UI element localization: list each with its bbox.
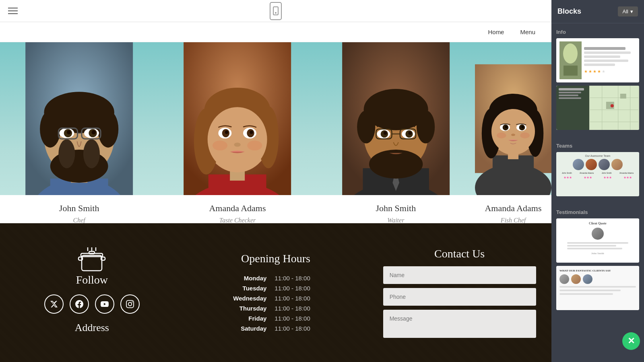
thumb-team-photo-2 — [586, 159, 597, 170]
footer-address-label: Address — [75, 322, 109, 334]
blocks-testimonials-section: Testimonials Client Quote John Smith — [551, 204, 644, 317]
svg-point-97 — [611, 104, 614, 107]
nav-home-link[interactable]: Home — [488, 29, 504, 35]
thumb-star-4: ★ — [597, 69, 601, 74]
phone-preview-icon[interactable] — [270, 2, 282, 20]
hours-day-friday: Friday — [233, 313, 275, 323]
svg-point-36 — [234, 143, 241, 147]
blocks-filter-button[interactable]: All ▾ — [618, 6, 638, 16]
thumb-line-1 — [584, 51, 631, 54]
thumb-map-line3 — [559, 97, 581, 99]
hours-time-thursday: 11:00 - 18:00 — [275, 303, 318, 313]
block-thumb-info-map[interactable] — [556, 86, 639, 130]
john-chef-role: Chef — [4, 217, 154, 223]
thumb-testimonial-avatar — [592, 228, 604, 240]
hours-day-saturday: Saturday — [233, 323, 275, 333]
blocks-filter-chevron-icon: ▾ — [630, 8, 633, 14]
thumb-team-name-2: Amanda Adams — [580, 172, 594, 174]
amanda-taste-role: Taste Checker — [162, 217, 312, 223]
svg-point-72 — [505, 126, 508, 128]
thumb-star-2: ★ — [588, 69, 592, 74]
thumb-map-visual — [589, 86, 639, 130]
john-waiter-name: John Smith — [321, 203, 471, 214]
thumb-testimonial2-heading: WHAT OUR FANTASTIC CLIENTS SAY — [559, 269, 636, 272]
amanda-taste-name: Amanda Adams — [162, 203, 312, 214]
hours-time-monday: 11:00 - 18:00 — [275, 273, 318, 283]
thumb-star-1: ★ — [584, 69, 588, 74]
blocks-panel-header: Blocks All ▾ — [551, 0, 644, 23]
hours-row-saturday: Saturday 11:00 - 18:00 — [233, 323, 318, 333]
thumb-line-3 — [584, 60, 628, 62]
team-card-info-amanda-fish: Amanda Adams Fish Chef — [475, 195, 551, 223]
thumb-line-2 — [584, 56, 620, 58]
close-button[interactable]: ✕ — [622, 332, 640, 350]
svg-point-15 — [67, 130, 71, 134]
thumb-test-line2 — [567, 245, 616, 247]
footer-contact-title: Contact Us — [434, 247, 485, 260]
block-thumb-info-restaurant-preview: ★ ★ ★ ★ ★ — [556, 38, 639, 82]
svg-point-38 — [248, 140, 262, 150]
team-card-amanda-fish: Amanda Adams Fish Chef — [475, 42, 551, 223]
toolbar — [0, 0, 551, 22]
block-thumb-info-restaurant[interactable]: ★ ★ ★ ★ ★ — [556, 38, 639, 82]
svg-point-74 — [511, 134, 515, 136]
thumb-team-star-col4: ★★★ — [623, 176, 632, 179]
block-thumb-testimonial-single-preview: Client Quote John Smith — [556, 218, 639, 263]
footer-content: Follow Address — [0, 223, 551, 362]
team-card-photo-john-chef — [0, 42, 158, 195]
team-card-info-amanda-taste: Amanda Adams Taste Checker — [158, 195, 316, 223]
thumb-info-1-layout: ★ ★ ★ ★ ★ — [556, 38, 639, 82]
thumb-title-line — [584, 47, 625, 50]
hours-row-tuesday: Tuesday 11:00 - 18:00 — [233, 283, 318, 293]
svg-point-75 — [497, 132, 506, 138]
team-card-john-waiter: John Smith Waiter — [317, 42, 475, 223]
facebook-icon[interactable] — [70, 294, 89, 314]
contact-message-input[interactable] — [383, 310, 536, 338]
contact-form — [383, 266, 536, 338]
nav-menu-link[interactable]: Menu — [520, 29, 535, 35]
hours-time-saturday: 11:00 - 18:00 — [275, 323, 318, 333]
blocks-teams-section: Teams Our Awesome Team John Smith Amanda… — [551, 137, 644, 204]
thumb-client-quote-label: Client Quote — [589, 222, 607, 225]
john-chef-name: John Smith — [4, 203, 154, 214]
thumb-team-photo-3 — [599, 159, 610, 170]
thumb-test2-line1 — [559, 286, 636, 288]
amanda-fish-name: Amanda Adams — [479, 203, 547, 214]
thumb-testimonial-name-line: John Smith — [591, 252, 604, 255]
hours-day-thursday: Thursday — [233, 303, 275, 313]
svg-point-6 — [40, 110, 60, 147]
team-card-photo-amanda-fish — [475, 42, 551, 195]
svg-point-53 — [384, 132, 387, 135]
nav-bar: Home Menu — [0, 22, 551, 42]
youtube-icon[interactable] — [95, 294, 114, 314]
blocks-info-title: Info — [556, 29, 639, 35]
thumb-testimonial2-avatar3 — [583, 274, 592, 284]
instagram-icon[interactable] — [120, 294, 140, 314]
thumb-map-title-line — [559, 88, 584, 90]
blocks-panel-title: Blocks — [557, 7, 581, 16]
footer-hours-title: Opening Hours — [241, 252, 310, 265]
contact-phone-input[interactable] — [383, 288, 536, 306]
team-card-amanda-taste: Amanda Adams Taste Checker — [158, 42, 316, 223]
thumb-team-photo-1 — [573, 159, 584, 170]
svg-point-73 — [521, 126, 524, 128]
svg-point-54 — [408, 132, 411, 135]
svg-point-10 — [83, 139, 100, 168]
svg-rect-80 — [82, 255, 102, 271]
thumb-team-names-row: John Smith Amanda Adams John Smith Amand… — [559, 172, 637, 174]
footer-contact-col: Contact Us — [367, 223, 551, 362]
team-card-photo-john-waiter — [317, 42, 475, 195]
thumb-team-stars-row: ★★★ ★★★ ★★★ ★★★ — [559, 176, 637, 179]
twitter-icon[interactable] — [44, 294, 64, 314]
hours-row-monday: Monday 11:00 - 18:00 — [233, 273, 318, 283]
hours-row-friday: Friday 11:00 - 18:00 — [233, 313, 318, 323]
thumb-map-layout — [556, 86, 639, 130]
block-thumb-testimonial-multi[interactable]: WHAT OUR FANTASTIC CLIENTS SAY — [556, 266, 639, 310]
thumb-testimonial2-avatar1 — [559, 274, 569, 284]
block-thumb-testimonial-single[interactable]: Client Quote John Smith — [556, 218, 639, 263]
thumb-stars-container: ★ ★ ★ ★ ★ — [584, 69, 636, 74]
hamburger-menu-icon[interactable] — [8, 8, 18, 14]
block-thumb-teams[interactable]: Our Awesome Team John Smith Amanda Adams… — [556, 152, 639, 196]
block-thumb-info-map-preview — [556, 86, 639, 130]
contact-name-input[interactable] — [383, 266, 536, 284]
